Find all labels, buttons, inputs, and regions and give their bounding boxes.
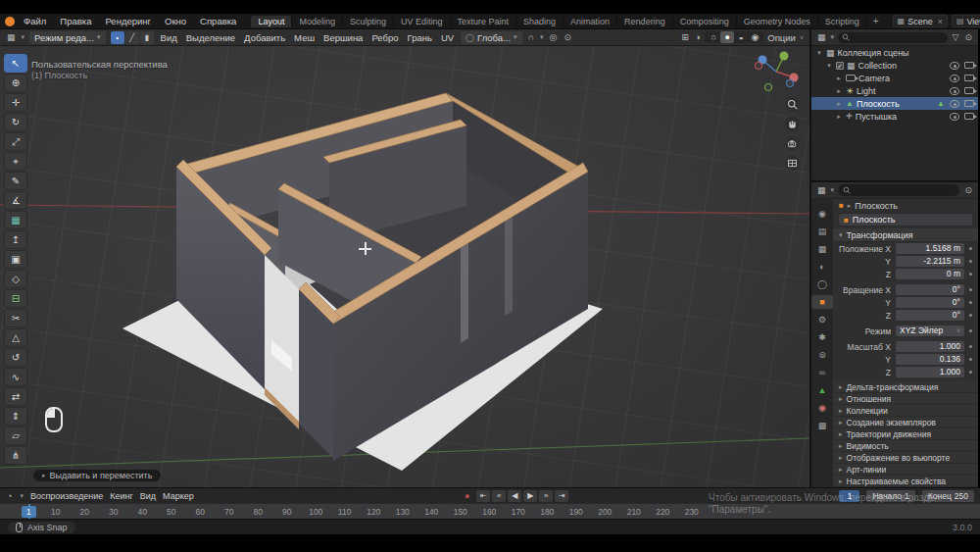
zoom-button[interactable]	[785, 97, 800, 112]
frame-start-field[interactable]: Начало1	[866, 490, 914, 502]
editor-type-icon[interactable]: ▦	[6, 32, 17, 42]
section-visibility[interactable]: ▸Видимость	[833, 440, 978, 452]
camera-view-button[interactable]	[785, 136, 800, 151]
menu-file[interactable]: Файл	[19, 16, 51, 26]
editor-type-icon[interactable]: ▦	[816, 185, 827, 195]
shading-material-button[interactable]: ◒	[734, 31, 748, 43]
tool-measure[interactable]: ∡	[4, 191, 27, 210]
eye-icon[interactable]	[950, 75, 959, 82]
render-visibility-icon[interactable]	[964, 100, 974, 107]
snap-magnet-icon[interactable]: ∩	[527, 32, 535, 42]
tab-output[interactable]: ▤	[813, 225, 831, 238]
menu-view[interactable]: Вид	[140, 491, 156, 501]
eye-icon[interactable]	[950, 62, 959, 70]
outliner-row-light[interactable]: ▸ ☀ Light	[811, 84, 978, 97]
tool-shrink-fatten[interactable]: ⇕	[4, 407, 27, 426]
jump-to-end-button[interactable]: ⇥	[555, 490, 568, 502]
menu-uv[interactable]: UV	[439, 32, 456, 43]
menu-add[interactable]: Добавить	[242, 32, 287, 43]
location-y-field[interactable]: -2.2115 m	[896, 256, 964, 267]
xray-toggle-icon[interactable]: ⊞	[680, 32, 690, 42]
render-visibility-icon[interactable]	[964, 75, 974, 81]
workspace-tab-rendering[interactable]: Rendering	[617, 16, 673, 27]
rotation-x-field[interactable]: 0°	[896, 284, 964, 295]
tab-texture[interactable]: ▩	[813, 419, 831, 432]
outliner-row-scene-collection[interactable]: ▾ ▦ Коллекция сцены	[811, 46, 978, 59]
outliner-row-empty[interactable]: ▸ ✛ Пустышка	[811, 110, 978, 123]
section-viewport-display[interactable]: ▸Отображение во вьюпорте	[833, 452, 978, 464]
tool-move[interactable]: ✛	[4, 93, 27, 112]
editor-type-icon[interactable]: ▦	[816, 32, 827, 42]
playhead-frame-badge[interactable]: 1	[22, 506, 36, 518]
outliner-row-collection[interactable]: ▾ ✓ ▦ Collection	[811, 59, 978, 72]
tool-inset-faces[interactable]: ▣	[4, 250, 27, 269]
tab-physics[interactable]: ⊚	[813, 348, 831, 362]
workspace-tab-sculpting[interactable]: Sculpting	[343, 16, 394, 27]
menu-select[interactable]: Выделение	[184, 32, 237, 43]
rotation-mode-dropdown[interactable]: XYZ Эйлер˅	[896, 326, 964, 336]
tool-knife[interactable]: ✂	[4, 309, 27, 327]
tool-add-cube[interactable]: ▦	[4, 211, 27, 229]
tab-view-layer[interactable]: ▦	[813, 242, 831, 256]
transform-section-header[interactable]: ▾ Трансформация	[833, 228, 978, 242]
tool-transform[interactable]: ⌖	[4, 152, 27, 171]
chevron-right-icon[interactable]: ▸	[835, 100, 843, 108]
view-layer-selector[interactable]: ▤ ViewLayer ×	[952, 15, 980, 27]
section-collections[interactable]: ▸Коллекции	[833, 405, 978, 417]
tool-loop-cut[interactable]: ⊟	[4, 289, 27, 308]
animate-dot[interactable]	[966, 260, 974, 263]
filter-icon[interactable]: ▽	[952, 32, 960, 42]
jump-to-start-button[interactable]: ⇤	[476, 490, 490, 502]
scene-unlink-icon[interactable]: ×	[936, 17, 943, 26]
menu-window[interactable]: Окно	[160, 16, 191, 26]
workspace-tab-modeling[interactable]: Modeling	[292, 16, 343, 27]
animate-dot[interactable]	[966, 288, 974, 291]
snap-caret-icon[interactable]: ▾	[540, 33, 544, 41]
tool-annotate[interactable]: ✎	[4, 172, 27, 190]
proportional-editing-icon[interactable]: ◎	[549, 32, 559, 42]
section-delta-transform[interactable]: ▸Дельта-трансформация	[833, 381, 978, 393]
tool-spin[interactable]: ↺	[4, 348, 27, 367]
tool-select-box[interactable]: ↖	[4, 54, 27, 73]
scale-z-field[interactable]: 1.000	[896, 367, 964, 377]
play-reverse-button[interactable]: ◀	[508, 490, 521, 502]
scale-x-field[interactable]: 1.000	[896, 341, 964, 352]
eye-icon[interactable]	[950, 87, 959, 95]
object-name-field[interactable]: ■ Плоскость	[838, 213, 973, 226]
tab-material[interactable]: ◉	[813, 401, 831, 415]
tab-scene[interactable]: ◐	[813, 260, 831, 274]
section-custom-properties[interactable]: ▸Настраиваемые свойства	[833, 476, 978, 487]
menu-vertex[interactable]: Вершина	[321, 32, 365, 43]
animate-dot[interactable]	[966, 273, 974, 276]
animate-dot[interactable]	[966, 301, 974, 304]
tab-world[interactable]: ◯	[813, 277, 831, 291]
animate-dot[interactable]	[966, 358, 974, 361]
rotation-z-field[interactable]: 0°	[896, 310, 964, 321]
menu-edge[interactable]: Ребро	[369, 32, 400, 43]
tool-rotate[interactable]: ↻	[4, 113, 27, 131]
tool-edge-slide[interactable]: ⇄	[4, 387, 27, 406]
workspace-tab-compositing[interactable]: Compositing	[673, 16, 737, 27]
menu-help[interactable]: Справка	[195, 16, 241, 26]
animate-dot[interactable]	[966, 329, 974, 332]
view-navigation-gizmo[interactable]	[756, 52, 799, 91]
menu-marker[interactable]: Маркер	[163, 491, 194, 501]
tool-extrude-region[interactable]: ↥	[4, 230, 27, 249]
tab-particles[interactable]: ✱	[813, 330, 831, 344]
pin-icon[interactable]: ⊙	[963, 185, 973, 195]
workspace-tab-animation[interactable]: Animation	[564, 16, 617, 27]
menu-keying[interactable]: Кеинг	[110, 491, 133, 501]
tool-bevel[interactable]: ◇	[4, 270, 27, 288]
render-visibility-icon[interactable]	[964, 113, 974, 120]
outliner-row-camera[interactable]: ▸ Camera	[811, 72, 978, 84]
toggle-perspective-button[interactable]	[785, 156, 800, 171]
chevron-down-icon[interactable]: ▾	[815, 49, 823, 57]
overlays-toggle-icon[interactable]: ◑	[694, 32, 701, 42]
animate-dot[interactable]	[966, 314, 974, 317]
current-frame-field[interactable]: 1	[839, 490, 859, 502]
tool-rip-region[interactable]: ⋔	[4, 446, 27, 465]
play-button[interactable]: ▶	[523, 490, 537, 502]
location-z-field[interactable]: 0 m	[896, 269, 964, 279]
shading-rendered-button[interactable]: ◉	[748, 31, 761, 43]
next-keyframe-button[interactable]: »	[539, 490, 553, 502]
